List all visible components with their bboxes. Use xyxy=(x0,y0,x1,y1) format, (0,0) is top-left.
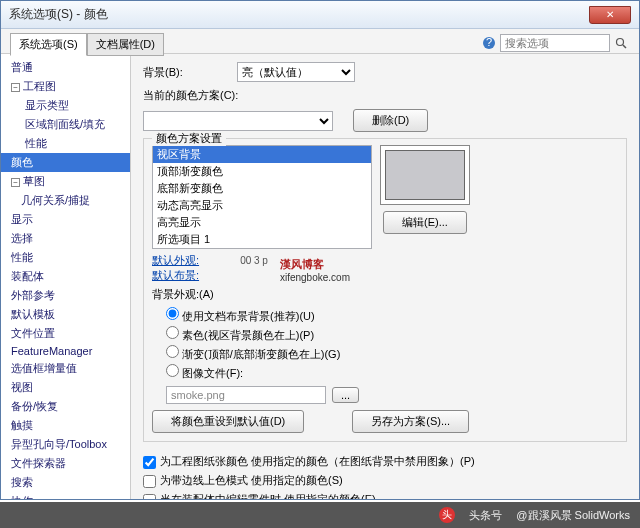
sidebar-item[interactable]: 备份/恢复 xyxy=(1,397,130,416)
sidebar-item[interactable]: 显示类型 xyxy=(1,96,130,115)
sidebar-item[interactable]: 选值框增量值 xyxy=(1,359,130,378)
scheme-combo[interactable] xyxy=(143,111,333,131)
help-icon[interactable]: ? xyxy=(482,36,496,50)
radio-image[interactable]: 图像文件(F): xyxy=(166,363,618,382)
sidebar-item[interactable]: 视图 xyxy=(1,378,130,397)
image-file-field[interactable] xyxy=(166,386,326,404)
list-item[interactable]: 高亮显示 xyxy=(153,214,371,231)
radio-doc-scene[interactable]: 使用文档布景背景(推荐)(U) xyxy=(166,306,618,325)
list-item[interactable]: 顶部渐变颜色 xyxy=(153,163,371,180)
close-button[interactable]: ✕ xyxy=(589,6,631,24)
window: 系统选项(S) - 颜色 ✕ 系统选项(S) 文档属性(D) ? 普通 −工程图… xyxy=(0,0,640,500)
collapse-icon[interactable]: − xyxy=(11,178,20,187)
body: 普通 −工程图 显示类型 区域剖面线/填充 性能 颜色 −草图 几何关系/捕捉 … xyxy=(1,29,639,499)
reset-colors-button[interactable]: 将颜色重设到默认值(D) xyxy=(152,410,304,433)
list-item[interactable]: 底部新变颜色 xyxy=(153,180,371,197)
svg-point-2 xyxy=(617,39,624,46)
tab-document-properties[interactable]: 文档属性(D) xyxy=(87,33,164,56)
sidebar-item[interactable]: 文件位置 xyxy=(1,324,130,343)
overlay-bar: 头 头条号 @跟溪风景 SolidWorks xyxy=(0,502,640,528)
sidebar-item[interactable]: 性能 xyxy=(1,134,130,153)
source-name: @跟溪风景 SolidWorks xyxy=(516,508,630,523)
sidebar-item[interactable]: −草图 xyxy=(1,172,130,191)
background-combo[interactable]: 亮（默认值） xyxy=(237,62,355,82)
chk-edit-in-assembly[interactable]: 当在装配体中编辑零件时 使用指定的颜色(E) xyxy=(143,490,627,499)
bg-appearance-label: 背景外观:(A) xyxy=(152,287,618,302)
tab-system-options[interactable]: 系统选项(S) xyxy=(10,33,87,56)
color-list[interactable]: 视区背景 顶部渐变颜色 底部新变颜色 动态高亮显示 高亮显示 所选项目 1 所选… xyxy=(152,145,372,249)
search-input[interactable] xyxy=(500,34,610,52)
source-icon: 头 xyxy=(439,507,455,523)
scheme-label: 当前的颜色方案(C): xyxy=(143,88,238,103)
sidebar-item[interactable]: 普通 xyxy=(1,58,130,77)
chk-edges-shaded[interactable]: 为带边线上色模式 使用指定的颜色(S) xyxy=(143,471,627,490)
radio-gradient[interactable]: 渐变(顶部/底部渐变颜色在上)(G) xyxy=(166,344,618,363)
default-scene-link[interactable]: 默认布景: xyxy=(152,268,199,283)
background-label: 背景(B): xyxy=(143,65,231,80)
tab-strip: 系统选项(S) 文档属性(D) xyxy=(10,33,164,56)
checkboxes: 为工程图纸张颜色 使用指定的颜色（在图纸背景中禁用图象）(P) 为带边线上色模式… xyxy=(143,452,627,499)
edit-button[interactable]: 编辑(E)... xyxy=(383,211,467,234)
group-title: 颜色方案设置 xyxy=(152,131,226,146)
titlebar: 系统选项(S) - 颜色 ✕ xyxy=(1,1,639,29)
window-title: 系统选项(S) - 颜色 xyxy=(9,6,108,23)
default-appearance-link[interactable]: 默认外观: xyxy=(152,253,199,268)
sidebar-item[interactable]: 显示 xyxy=(1,210,130,229)
sidebar-item[interactable]: FeatureManager xyxy=(1,343,130,359)
watermark: 漢风博客 xifengboke.com xyxy=(280,254,350,283)
sidebar-item[interactable]: 默认模板 xyxy=(1,305,130,324)
delete-button[interactable]: 删除(D) xyxy=(353,109,428,132)
sidebar-item[interactable]: 性能 xyxy=(1,248,130,267)
browse-button[interactable]: ... xyxy=(332,387,359,403)
content-wrap: 普通 −工程图 显示类型 区域剖面线/填充 性能 颜色 −草图 几何关系/捕捉 … xyxy=(1,53,639,499)
sidebar-item[interactable]: 异型孔向导/Toolbox xyxy=(1,435,130,454)
sidebar-item[interactable]: 几何关系/捕捉 xyxy=(1,191,130,210)
sidebar-item[interactable]: 搜索 xyxy=(1,473,130,492)
count-text: 00 3 p xyxy=(240,255,268,266)
sidebar-item[interactable]: 选择 xyxy=(1,229,130,248)
color-preview xyxy=(380,145,470,205)
sidebar-item[interactable]: 外部参考 xyxy=(1,286,130,305)
radio-plain[interactable]: 素色(视区背景颜色在上)(P) xyxy=(166,325,618,344)
list-item[interactable]: 视区背景 xyxy=(153,146,371,163)
save-as-scheme-button[interactable]: 另存为方案(S)... xyxy=(352,410,469,433)
sidebar-item[interactable]: 协作 xyxy=(1,492,130,499)
source-label: 头条号 xyxy=(469,508,502,523)
sidebar-item[interactable]: 装配体 xyxy=(1,267,130,286)
color-scheme-group: 颜色方案设置 视区背景 顶部渐变颜色 底部新变颜色 动态高亮显示 高亮显示 所选… xyxy=(143,138,627,442)
main-panel: 背景(B): 亮（默认值） 当前的颜色方案(C): 删除(D) 颜色方案设置 视… xyxy=(131,54,639,499)
list-item[interactable]: 动态高亮显示 xyxy=(153,197,371,214)
sidebar-item[interactable]: −工程图 xyxy=(1,77,130,96)
sidebar-item[interactable]: 文件探索器 xyxy=(1,454,130,473)
search-icon[interactable] xyxy=(614,36,628,50)
list-item[interactable]: 所选项目 1 xyxy=(153,231,371,248)
sidebar-item-colors[interactable]: 颜色 xyxy=(1,153,130,172)
svg-text:?: ? xyxy=(486,36,492,48)
sidebar-item[interactable]: 触摸 xyxy=(1,416,130,435)
bg-appearance-radios: 使用文档布景背景(推荐)(U) 素色(视区背景颜色在上)(P) 渐变(顶部/底部… xyxy=(166,306,618,382)
search-box: ? xyxy=(482,34,628,52)
links-row: 默认外观: 00 3 p 默认布景: 漢风博客 xifengboke.com xyxy=(152,253,618,283)
sidebar-item[interactable]: 区域剖面线/填充 xyxy=(1,115,130,134)
sidebar: 普通 −工程图 显示类型 区域剖面线/填充 性能 颜色 −草图 几何关系/捕捉 … xyxy=(1,54,131,499)
collapse-icon[interactable]: − xyxy=(11,83,20,92)
chk-drawing-paper[interactable]: 为工程图纸张颜色 使用指定的颜色（在图纸背景中禁用图象）(P) xyxy=(143,452,627,471)
list-item[interactable]: 所选项目 2 xyxy=(153,248,371,249)
svg-line-3 xyxy=(623,45,626,48)
